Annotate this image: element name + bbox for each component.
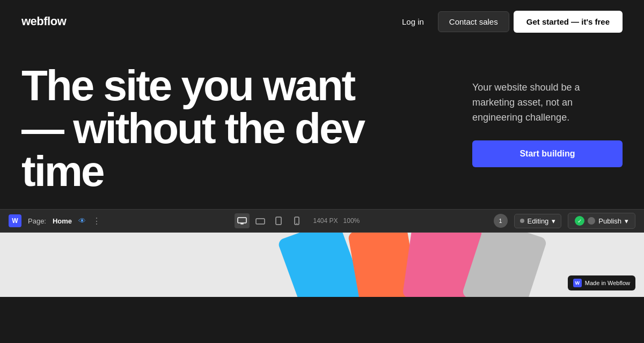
editor-width: 1404 PX: [313, 217, 338, 225]
editor-bar-right: 1 Editing ▾ ✓ Publish ▾: [494, 213, 635, 229]
editing-button[interactable]: Editing ▾: [514, 214, 562, 228]
editing-label: Editing: [528, 217, 549, 225]
navbar: webflow Log in Contact sales Get started…: [0, 0, 644, 43]
contact-sales-button[interactable]: Contact sales: [438, 11, 509, 32]
hero-title: The site you want — without the dev time: [21, 64, 376, 193]
hero-section: The site you want — without the dev time…: [0, 43, 644, 209]
mobile-device-button[interactable]: [289, 213, 304, 228]
svg-rect-5: [296, 223, 298, 224]
logo: webflow: [21, 14, 66, 28]
svg-rect-3: [276, 217, 281, 225]
editing-chevron-icon: ▾: [552, 217, 555, 225]
editor-logo: W: [9, 214, 21, 227]
canvas-preview: W Made in Webflow: [0, 233, 644, 297]
tablet-landscape-device-button[interactable]: [253, 213, 268, 228]
editor-page-name[interactable]: Home: [53, 217, 72, 225]
editor-bar-center: 1404 PX 100%: [235, 213, 360, 228]
editor-page-label: Page:: [28, 217, 46, 225]
hero-left: The site you want — without the dev time: [21, 64, 440, 193]
publish-check-icon: ✓: [575, 216, 584, 226]
badge-logo: W: [573, 279, 582, 287]
nav-right: Log in Contact sales Get started — it's …: [392, 11, 623, 33]
hero-subtitle: Your website should be a marketing asset…: [472, 80, 623, 125]
start-building-button[interactable]: Start building: [472, 140, 623, 167]
editor-toolbar: W Page: Home 👁 ⋮: [0, 209, 644, 233]
svg-rect-0: [238, 218, 246, 223]
eye-icon[interactable]: 👁: [78, 217, 86, 225]
publish-label: Publish: [598, 217, 621, 225]
svg-rect-2: [256, 219, 265, 224]
editor-zoom: 100%: [343, 217, 360, 225]
get-started-button[interactable]: Get started — it's free: [514, 11, 623, 33]
editing-status-dot: [520, 219, 524, 223]
login-button[interactable]: Log in: [392, 12, 434, 32]
editor-size-info: 1404 PX 100%: [313, 217, 360, 225]
publish-button[interactable]: ✓ Publish ▾: [568, 213, 635, 229]
publish-person-icon: [588, 217, 595, 225]
svg-rect-1: [240, 223, 244, 225]
publish-chevron-icon: ▾: [625, 217, 628, 225]
more-options-icon[interactable]: ⋮: [92, 216, 101, 226]
desktop-device-button[interactable]: [235, 213, 250, 228]
tablet-device-button[interactable]: [271, 213, 286, 228]
made-in-webflow-badge[interactable]: W Made in Webflow: [568, 275, 635, 290]
hero-right: Your website should be a marketing asset…: [472, 64, 623, 167]
editor-bar-left: W Page: Home 👁 ⋮: [9, 214, 101, 227]
badge-label: Made in Webflow: [585, 280, 630, 286]
editor-avatar: 1: [494, 214, 508, 228]
